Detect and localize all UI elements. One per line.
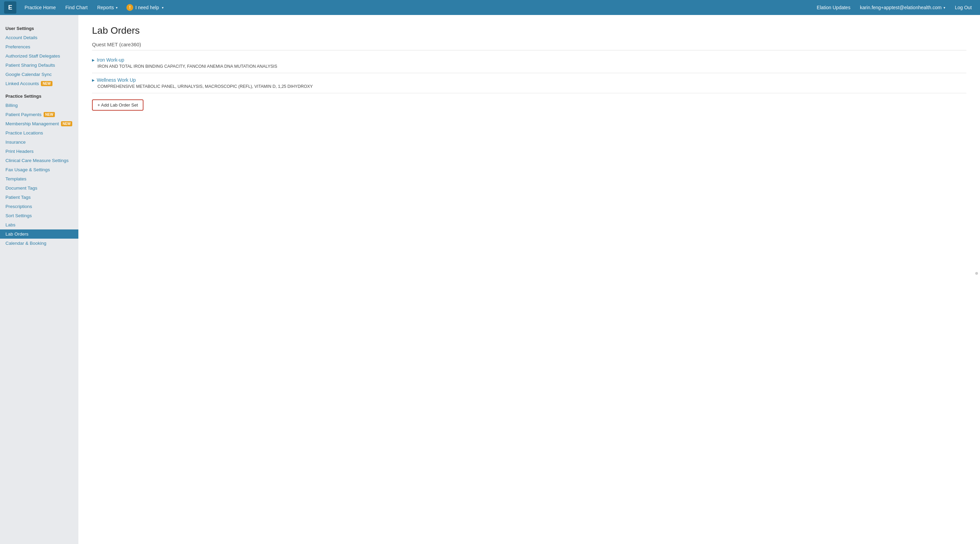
sidebar-item-label: Fax Usage & Settings [5, 167, 50, 172]
sidebar-item-label: Preferences [5, 44, 30, 49]
sidebar-item-label: Calendar & Booking [5, 241, 46, 246]
sidebar-item-patient-sharing-defaults[interactable]: Patient Sharing Defaults [0, 60, 78, 70]
quest-header: Quest MET (care360) [92, 41, 966, 47]
sidebar-item-label: Prescriptions [5, 204, 32, 209]
nav-practice-home[interactable]: Practice Home [21, 3, 60, 12]
app-logo: E [4, 2, 16, 14]
sidebar-item-linked-accounts[interactable]: Linked Accounts NEW [0, 79, 78, 88]
chevron-down-icon: ▾ [162, 6, 164, 10]
sidebar-item-label: Clinical Care Measure Settings [5, 158, 68, 163]
sidebar-item-label: Account Details [5, 35, 38, 40]
lab-order-row: ▶ Wellness Work Up COMPREHENSIVE METABOL… [92, 73, 966, 93]
sidebar-item-label: Labs [5, 222, 15, 227]
top-navigation: E Practice Home Find Chart Reports ▾ ! I… [0, 0, 980, 15]
sidebar-item-labs[interactable]: Labs [0, 220, 78, 230]
sidebar-item-label: Linked Accounts [5, 81, 39, 86]
main-layout: User Settings Account Details Preference… [0, 15, 980, 544]
sidebar-item-account-details[interactable]: Account Details [0, 33, 78, 42]
sidebar-item-label: Practice Locations [5, 130, 43, 135]
user-email-label: karin.feng+apptest@elationhealth.com [860, 5, 942, 10]
sidebar-item-sort-settings[interactable]: Sort Settings [0, 211, 78, 220]
sidebar-item-practice-locations[interactable]: Practice Locations [0, 128, 78, 138]
sidebar-item-fax-usage-settings[interactable]: Fax Usage & Settings [0, 165, 78, 174]
sidebar-item-label: Insurance [5, 140, 25, 145]
sidebar-item-label: Authorized Staff Delegates [5, 54, 60, 59]
lab-order-link[interactable]: Wellness Work Up [97, 77, 136, 83]
nav-find-chart[interactable]: Find Chart [61, 3, 92, 12]
practice-settings-section-title: Practice Settings [0, 91, 78, 101]
expand-icon: ▶ [92, 58, 95, 62]
sidebar: User Settings Account Details Preference… [0, 15, 78, 544]
new-badge: NEW [44, 112, 55, 117]
sidebar-item-patient-payments[interactable]: Patient Payments NEW [0, 110, 78, 119]
help-label: I need help [135, 5, 159, 10]
sidebar-item-billing[interactable]: Billing [0, 101, 78, 110]
sidebar-item-patient-tags[interactable]: Patient Tags [0, 193, 78, 202]
user-settings-section-title: User Settings [0, 23, 78, 33]
lab-order-details: IRON AND TOTAL IRON BINDING CAPACITY, FA… [92, 64, 966, 69]
nav-elation-updates[interactable]: Elation Updates [813, 3, 854, 12]
sidebar-item-insurance[interactable]: Insurance [0, 138, 78, 147]
add-lab-order-set-button[interactable]: + Add Lab Order Set [92, 99, 143, 111]
sidebar-item-label: Lab Orders [5, 232, 29, 236]
help-icon: ! [126, 4, 133, 11]
sidebar-item-label: Patient Tags [5, 195, 31, 200]
lab-order-details: COMPREHENSIVE METABOLIC PANEL, URINALYSI… [92, 84, 966, 89]
nav-user-menu[interactable]: karin.feng+apptest@elationhealth.com ▾ [856, 3, 950, 12]
sidebar-item-label: Patient Sharing Defaults [5, 63, 55, 68]
lab-order-row: ▶ Iron Work-up IRON AND TOTAL IRON BINDI… [92, 53, 966, 73]
page-title: Lab Orders [92, 25, 966, 36]
chevron-down-icon: ▾ [116, 6, 118, 10]
sidebar-item-label: Templates [5, 176, 27, 181]
sidebar-item-calendar-booking[interactable]: Calendar & Booking [0, 239, 78, 248]
sidebar-item-authorized-staff-delegates[interactable]: Authorized Staff Delegates [0, 51, 78, 60]
sidebar-item-label: Patient Payments [5, 112, 41, 117]
sidebar-item-membership-management[interactable]: Membership Management NEW [0, 119, 78, 128]
sidebar-item-clinical-care-measure-settings[interactable]: Clinical Care Measure Settings [0, 156, 78, 165]
sidebar-item-label: Google Calendar Sync [5, 72, 52, 77]
new-badge: NEW [41, 81, 52, 86]
expand-icon: ▶ [92, 78, 95, 82]
sidebar-item-prescriptions[interactable]: Prescriptions [0, 202, 78, 211]
sidebar-item-label: Membership Management [5, 121, 59, 126]
topnav-right: Elation Updates karin.feng+apptest@elati… [813, 3, 976, 12]
sidebar-item-label: Billing [5, 103, 18, 108]
sidebar-item-lab-orders[interactable]: Lab Orders [0, 230, 78, 239]
scroll-indicator [975, 272, 978, 275]
lab-order-link[interactable]: Iron Work-up [97, 57, 124, 63]
sidebar-item-document-tags[interactable]: Document Tags [0, 184, 78, 193]
main-content: Lab Orders Quest MET (care360) ▶ Iron Wo… [78, 15, 980, 544]
sidebar-item-preferences[interactable]: Preferences [0, 42, 78, 51]
new-badge: NEW [61, 121, 72, 126]
sidebar-item-templates[interactable]: Templates [0, 174, 78, 184]
sidebar-item-label: Document Tags [5, 186, 38, 190]
sidebar-item-label: Print Headers [5, 149, 34, 154]
nav-logout[interactable]: Log Out [951, 3, 976, 12]
lab-order-title: ▶ Wellness Work Up [92, 77, 966, 83]
chevron-down-icon: ▾ [943, 6, 945, 10]
sidebar-item-google-calendar-sync[interactable]: Google Calendar Sync [0, 70, 78, 79]
lab-order-title: ▶ Iron Work-up [92, 57, 966, 63]
divider [92, 50, 966, 51]
sidebar-item-label: Sort Settings [5, 213, 32, 218]
sidebar-item-print-headers[interactable]: Print Headers [0, 147, 78, 156]
nav-reports[interactable]: Reports ▾ [93, 3, 122, 12]
nav-reports-label: Reports [97, 5, 114, 10]
nav-help[interactable]: ! I need help ▾ [123, 2, 167, 13]
